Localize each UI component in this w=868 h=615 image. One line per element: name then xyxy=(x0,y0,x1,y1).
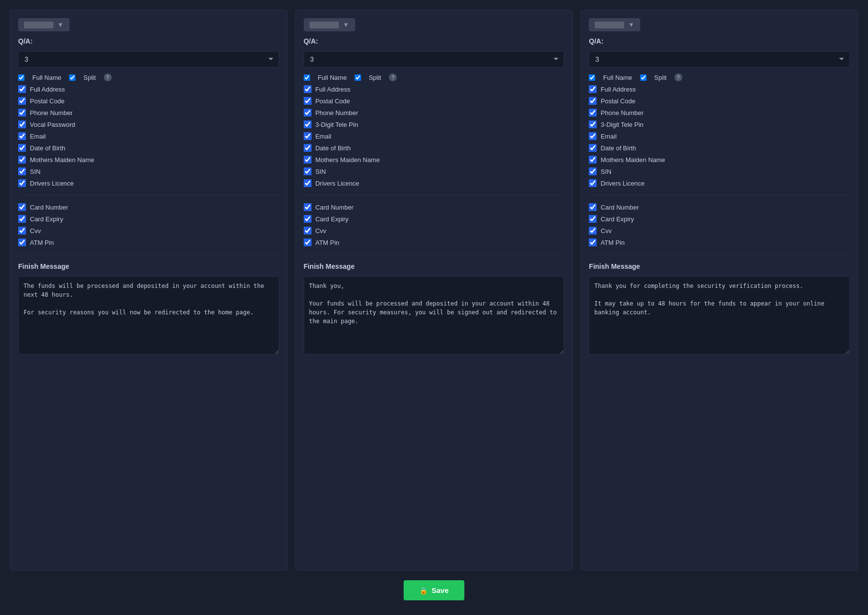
panel-3-checkbox-2[interactable] xyxy=(589,97,597,105)
panel-3-checkbox-5[interactable] xyxy=(589,132,597,140)
bottom-bar: 🔒 Save xyxy=(10,570,858,605)
panel-1-checkbox-label-4: Vocal Password xyxy=(30,121,75,128)
panel-3-checkbox-group1: Full NameSplit?Full AddressPostal CodePh… xyxy=(589,73,850,187)
panel-1-fullname-checkbox[interactable] xyxy=(18,74,24,81)
panel-2-checkbox-9[interactable] xyxy=(304,179,312,187)
panel-1-split-checkbox[interactable] xyxy=(69,74,75,81)
panel-3-checkbox-row-4: 3-Digit Tele Pin xyxy=(589,120,850,128)
panel-2-checkbox-4[interactable] xyxy=(304,120,312,128)
panel-1-checkbox-1[interactable] xyxy=(18,85,26,93)
panel-2-checkbox-2[interactable] xyxy=(304,97,312,105)
panel-3-checkbox-9[interactable] xyxy=(589,179,597,187)
panel-3-checkbox-label-8: SIN xyxy=(601,168,611,175)
panel-1-checkbox-4[interactable] xyxy=(18,120,26,128)
panel-2-split-help-icon[interactable]: ? xyxy=(389,73,397,81)
panel-3-finish-message-textarea[interactable] xyxy=(589,276,850,355)
panel-2-checkbox-3[interactable] xyxy=(304,109,312,117)
panel-2-checkbox2-row-2: Cvv xyxy=(304,227,565,235)
panel-3-fullname-row: Full NameSplit? xyxy=(589,73,850,81)
panel-1-checkbox-3[interactable] xyxy=(18,109,26,117)
panel-2-checkbox2-row-3: ATM Pin xyxy=(304,238,565,246)
panel-1-finish-message-textarea[interactable] xyxy=(18,276,279,355)
panel-3-split-help-icon[interactable]: ? xyxy=(675,73,682,81)
panel-3-checkbox-row-1: Full Address xyxy=(589,85,850,93)
panel-1-checkbox2-2[interactable] xyxy=(18,227,26,235)
panel-3-checkbox-7[interactable] xyxy=(589,156,597,164)
panel-3-qa-select[interactable]: 12345 xyxy=(589,51,850,68)
panel-2-checkbox2-0[interactable] xyxy=(304,203,312,211)
panel-2-checkbox-7[interactable] xyxy=(304,156,312,164)
panel-3-checkbox2-0[interactable] xyxy=(589,203,597,211)
panel-2-checkbox-label-2: Postal Code xyxy=(315,97,350,105)
panel-1-qa-select[interactable]: 12345 xyxy=(18,51,279,68)
panel-1-checkbox-7[interactable] xyxy=(18,156,26,164)
panel-1: ▼Q/A:12345Full NameSplit?Full AddressPos… xyxy=(10,10,288,570)
panel-2-checkbox-label-4: 3-Digit Tele Pin xyxy=(315,121,358,128)
panel-1-checkbox2-1[interactable] xyxy=(18,215,26,223)
panel-3-checkbox-group2: Card NumberCard ExpiryCvvATM Pin xyxy=(589,203,850,246)
panel-2-checkbox-8[interactable] xyxy=(304,167,312,175)
panel-2-checkbox-1[interactable] xyxy=(304,85,312,93)
panel-3-split-label: Split xyxy=(654,74,667,81)
panel-3-checkbox-row-2: Postal Code xyxy=(589,97,850,105)
panel-2-qa-select[interactable]: 12345 xyxy=(304,51,565,68)
panel-2-checkbox-label-9: Drivers Licence xyxy=(315,180,360,187)
panel-2-dropdown-btn[interactable]: ▼ xyxy=(304,18,355,31)
panel-2-checkbox-5[interactable] xyxy=(304,132,312,140)
panel-3-checkbox-6[interactable] xyxy=(589,144,597,152)
panel-1-dropdown-btn[interactable]: ▼ xyxy=(18,18,70,31)
panel-2-checkbox-label-1: Full Address xyxy=(315,86,351,93)
panel-3-checkbox-1[interactable] xyxy=(589,85,597,93)
panel-2-split-checkbox[interactable] xyxy=(355,74,361,81)
panel-2-checkbox-6[interactable] xyxy=(304,144,312,152)
panel-1-qa-label: Q/A: xyxy=(18,37,279,45)
panel-1-checkbox-row-9: Drivers Licence xyxy=(18,179,279,187)
panel-3-checkbox-label-1: Full Address xyxy=(601,86,636,93)
panel-3-checkbox-3[interactable] xyxy=(589,109,597,117)
panel-1-checkbox-5[interactable] xyxy=(18,132,26,140)
panel-2-fullname-checkbox[interactable] xyxy=(304,74,310,81)
panel-3-checkbox2-label-0: Card Number xyxy=(601,204,639,211)
panel-1-checkbox-row-1: Full Address xyxy=(18,85,279,93)
panel-1-checkbox-8[interactable] xyxy=(18,167,26,175)
panel-3-fullname-checkbox[interactable] xyxy=(589,74,595,81)
panel-3-checkbox-8[interactable] xyxy=(589,167,597,175)
panel-2-checkbox-row-1: Full Address xyxy=(304,85,565,93)
panel-3-checkbox-4[interactable] xyxy=(589,120,597,128)
panel-1-checkbox-row-3: Phone Number xyxy=(18,109,279,117)
panel-3-checkbox2-1[interactable] xyxy=(589,215,597,223)
panel-3-checkbox2-3[interactable] xyxy=(589,238,597,246)
panel-2-checkbox-group1: Full NameSplit?Full AddressPostal CodePh… xyxy=(304,73,565,187)
panel-1-checkbox-label-3: Phone Number xyxy=(30,109,72,117)
panel-1-checkbox2-label-1: Card Expiry xyxy=(30,215,63,223)
panel-1-checkbox-label-2: Postal Code xyxy=(30,97,65,105)
panel-3: ▼Q/A:12345Full NameSplit?Full AddressPos… xyxy=(580,10,858,570)
panel-3-dropdown-btn[interactable]: ▼ xyxy=(589,18,640,31)
panel-1-checkbox-label-1: Full Address xyxy=(30,86,65,93)
panel-3-checkbox2-row-1: Card Expiry xyxy=(589,215,850,223)
panel-3-checkbox2-2[interactable] xyxy=(589,227,597,235)
panel-1-checkbox-9[interactable] xyxy=(18,179,26,187)
panel-2-divider xyxy=(304,195,565,195)
panel-1-checkbox-6[interactable] xyxy=(18,144,26,152)
save-button[interactable]: 🔒 Save xyxy=(404,580,464,600)
panel-3-split-checkbox[interactable] xyxy=(640,74,647,81)
panel-1-split-help-icon[interactable]: ? xyxy=(104,73,112,81)
panel-2-checkbox-row-5: Email xyxy=(304,132,565,140)
panel-2-checkbox2-3[interactable] xyxy=(304,238,312,246)
panel-1-checkbox2-row-1: Card Expiry xyxy=(18,215,279,223)
panel-1-checkbox-row-5: Email xyxy=(18,132,279,140)
panel-1-checkbox-row-8: SIN xyxy=(18,167,279,175)
panel-1-checkbox2-0[interactable] xyxy=(18,203,26,211)
panel-3-finish-message-label: Finish Message xyxy=(589,262,850,270)
panel-1-checkbox2-3[interactable] xyxy=(18,238,26,246)
panel-1-fullname-row: Full NameSplit? xyxy=(18,73,279,81)
panel-2-qa-label: Q/A: xyxy=(304,37,565,45)
panel-2-finish-message-textarea[interactable] xyxy=(304,276,565,355)
panel-1-divider2 xyxy=(18,254,279,255)
panel-3-checkbox2-row-0: Card Number xyxy=(589,203,850,211)
panel-2-checkbox2-1[interactable] xyxy=(304,215,312,223)
panel-1-checkbox-2[interactable] xyxy=(18,97,26,105)
panel-2-checkbox2-2[interactable] xyxy=(304,227,312,235)
panel-3-checkbox2-row-3: ATM Pin xyxy=(589,238,850,246)
